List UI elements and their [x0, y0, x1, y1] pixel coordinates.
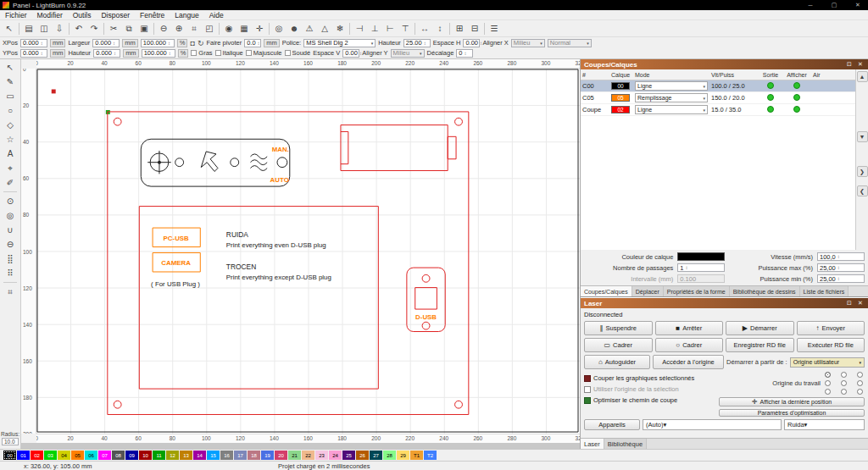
layer-color-swatch[interactable]: 05: [611, 94, 630, 102]
palette-swatch-20[interactable]: 20: [275, 451, 287, 460]
zoom-in-icon[interactable]: ⊕: [171, 21, 186, 36]
font-style-select[interactable]: Normal▾: [548, 39, 592, 47]
uppercase-checkbox[interactable]: Majuscule: [246, 49, 282, 57]
vspace-input[interactable]: 0.00: [342, 49, 359, 58]
menu-aide[interactable]: Aide: [204, 10, 229, 19]
palette-swatch-05[interactable]: 05: [71, 451, 84, 460]
pen-tool-icon[interactable]: ✐: [3, 175, 19, 190]
power-min-input[interactable]: 25,00: [817, 274, 865, 283]
menu-fenêtre[interactable]: Fenêtre: [135, 10, 170, 19]
zoom-fit-icon[interactable]: ◰: [202, 21, 217, 36]
job-origin-radio[interactable]: [857, 380, 863, 386]
ellipse-tool-icon[interactable]: ○: [3, 103, 19, 118]
stop-button[interactable]: ■Arrêter: [655, 321, 724, 335]
job-origin-radio[interactable]: [857, 389, 863, 395]
laser-header[interactable]: Laser ⊡ ✕: [581, 298, 868, 308]
layer-mode-select[interactable]: Ligne▾: [635, 81, 708, 91]
layer-mode-select[interactable]: Ligne▾: [635, 105, 708, 114]
weld-shapes-tool-icon[interactable]: ∪: [3, 223, 19, 237]
palette-swatch-11[interactable]: 11: [153, 451, 165, 460]
font-select[interactable]: MS Shell Dlg 2▾: [303, 39, 376, 47]
tab-Bibliothèque[interactable]: Bibliothèque: [604, 439, 647, 449]
indicator-hole[interactable]: [231, 158, 239, 167]
laser-head-icon[interactable]: [201, 152, 218, 172]
select-tool-icon[interactable]: ↖: [2, 21, 17, 36]
radius-input[interactable]: 10.0: [2, 438, 19, 445]
palette-swatch-04[interactable]: 04: [58, 451, 70, 460]
grid-array-tool-tool-icon[interactable]: ⣿: [3, 252, 19, 266]
tab-Coupes/Calques[interactable]: Coupes/Calques: [581, 286, 632, 296]
palette-swatch-T2[interactable]: T2: [424, 451, 437, 460]
width-unit[interactable]: mm: [122, 39, 138, 47]
layer-color-swatch[interactable]: 02: [611, 106, 630, 113]
menu-outils[interactable]: Outils: [68, 10, 97, 19]
devices-button[interactable]: Appareils: [584, 419, 640, 430]
distribute-v-icon[interactable]: ↕: [432, 21, 448, 36]
show-toggle[interactable]: [793, 94, 800, 101]
laser-pointer-icon[interactable]: ◎: [271, 21, 287, 36]
palette-swatch-12[interactable]: 12: [166, 451, 179, 460]
menu-fichier[interactable]: Fichier: [0, 10, 32, 19]
offset-input[interactable]: 0: [456, 49, 473, 58]
settings-icon[interactable]: ☰: [487, 21, 502, 36]
tab-Laser[interactable]: Laser: [581, 439, 604, 449]
import-file-icon[interactable]: ⇩: [52, 21, 67, 36]
palette-swatch-13[interactable]: 13: [180, 451, 192, 460]
palette-swatch-00[interactable]: 00: [3, 451, 16, 460]
ypos-unit[interactable]: mm: [50, 49, 66, 58]
tab-Bibliothèque de dessins[interactable]: Bibliothèque de dessins: [730, 286, 800, 296]
checkbox-icon[interactable]: [584, 386, 591, 393]
align-right-icon[interactable]: ⊢: [382, 21, 398, 36]
layer-row[interactable]: C0000Ligne▾100.0 / 25.0: [581, 80, 855, 92]
xpos-unit[interactable]: mm: [50, 39, 66, 47]
minimize-button[interactable]: ─: [800, 0, 821, 10]
laser-checkbox-row[interactable]: Couper les graphiques sélectionnés: [584, 374, 715, 382]
height-percent-input[interactable]: 100.000: [142, 49, 175, 58]
checkbox-icon[interactable]: [584, 375, 591, 382]
edit-nodes-tool-icon[interactable]: ⊙: [3, 194, 19, 208]
pause-button[interactable]: ∥Suspendre: [584, 321, 653, 335]
hspace-input[interactable]: 0.00: [463, 39, 480, 47]
rectangle-tool-icon[interactable]: ▭: [3, 89, 19, 103]
start-button[interactable]: ▶Démarrer: [726, 321, 794, 335]
palette-swatch-06[interactable]: 06: [85, 451, 97, 460]
open-file-icon[interactable]: ▤: [21, 21, 36, 36]
mount-hole[interactable]: [455, 118, 463, 125]
ypos-input[interactable]: 0.000: [20, 49, 47, 58]
palette-swatch-14[interactable]: 14: [193, 451, 206, 460]
cut-icon[interactable]: ✂: [106, 21, 121, 36]
job-origin-radio[interactable]: [857, 372, 863, 378]
align-top-icon[interactable]: ⊤: [398, 21, 413, 36]
tab-Liste de fichiers[interactable]: Liste de fichiers: [800, 286, 849, 296]
save-rd-button[interactable]: Enregistrer RD file: [726, 338, 794, 352]
zoom-out-icon[interactable]: ⊖: [156, 21, 171, 36]
job-origin-radio[interactable]: [825, 380, 831, 386]
distribute-h-icon[interactable]: ↔: [417, 21, 432, 36]
preview-icon[interactable]: ▦: [236, 21, 252, 36]
palette-swatch-26[interactable]: 26: [356, 451, 369, 460]
maximize-button[interactable]: ▢: [824, 0, 844, 10]
output-toggle[interactable]: [767, 82, 774, 89]
xpos-input[interactable]: 0.000: [20, 39, 47, 47]
home-button[interactable]: ⌂Autoguider: [584, 355, 650, 369]
passes-input[interactable]: 1: [677, 263, 725, 272]
job-origin-radio[interactable]: [841, 380, 847, 386]
remove-array-icon[interactable]: ⊟: [467, 21, 482, 36]
width-input[interactable]: 0.000: [92, 39, 120, 47]
layer-row[interactable]: Coupe02Ligne▾15.0 / 35.0: [581, 104, 855, 116]
palette-swatch-27[interactable]: 27: [370, 451, 382, 460]
goto-origin-button[interactable]: Accéder à l'origine: [653, 355, 724, 369]
alignx-select[interactable]: Milieu▾: [511, 39, 545, 47]
palette-swatch-02[interactable]: 02: [31, 451, 43, 460]
position-tool-icon[interactable]: ⌖: [3, 161, 19, 175]
show-toggle[interactable]: [793, 82, 800, 89]
connector-cutout[interactable]: [341, 125, 448, 171]
palette-swatch-16[interactable]: 16: [220, 451, 233, 460]
move-layer-down-button[interactable]: ▼: [857, 131, 868, 142]
mount-hole[interactable]: [114, 401, 121, 408]
height-input[interactable]: 0.000: [93, 49, 120, 58]
palette-swatch-29[interactable]: 29: [397, 451, 409, 460]
draw-line-tool-icon[interactable]: ✎: [3, 75, 19, 89]
redo-icon[interactable]: ↷: [86, 21, 102, 36]
mount-hole[interactable]: [455, 401, 463, 408]
